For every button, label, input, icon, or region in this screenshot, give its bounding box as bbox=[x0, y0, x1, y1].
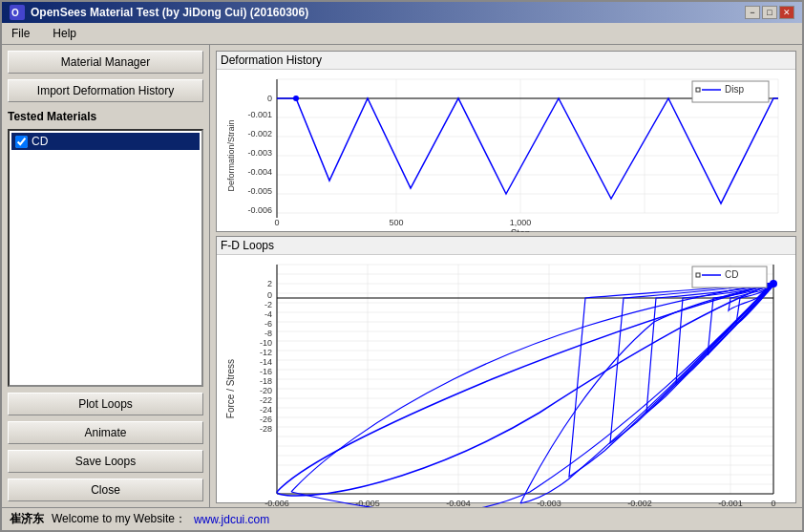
close-button[interactable]: ✕ bbox=[779, 6, 794, 19]
website-url[interactable]: www.jdcui.com bbox=[194, 513, 269, 526]
list-item[interactable]: CD bbox=[11, 133, 200, 150]
animate-button[interactable]: Animate bbox=[8, 421, 203, 444]
minimize-button[interactable]: − bbox=[745, 6, 760, 19]
svg-text:-24: -24 bbox=[260, 405, 272, 415]
deformation-chart-title: Deformation History bbox=[217, 52, 795, 70]
svg-point-93 bbox=[770, 280, 777, 287]
svg-text:0: 0 bbox=[267, 94, 272, 103]
svg-text:Disp: Disp bbox=[725, 84, 744, 95]
svg-text:-26: -26 bbox=[260, 415, 272, 424]
tested-materials-label: Tested Materials bbox=[8, 110, 203, 123]
svg-text:-0.005: -0.005 bbox=[247, 186, 272, 196]
window-title: OpenSees Material Test (by JiDong Cui) (… bbox=[31, 6, 308, 19]
welcome-label: Welcome to my Website： bbox=[52, 511, 186, 527]
svg-text:Deformation/Strain: Deformation/Strain bbox=[226, 119, 236, 191]
svg-text:-18: -18 bbox=[260, 376, 272, 386]
svg-text:-0.001: -0.001 bbox=[718, 499, 743, 507]
fd-chart-area: 2 0 -2 -4 -6 -8 -10 -12 -14 -16 -18 -20 … bbox=[217, 255, 795, 500]
svg-text:Force / Stress: Force / Stress bbox=[225, 359, 236, 418]
svg-text:-0.003: -0.003 bbox=[247, 148, 272, 158]
svg-text:-0.002: -0.002 bbox=[247, 129, 272, 138]
svg-text:-4: -4 bbox=[264, 309, 272, 319]
svg-text:-6: -6 bbox=[264, 319, 272, 329]
svg-text:-0.006: -0.006 bbox=[264, 499, 289, 507]
plot-loops-button[interactable]: Plot Loops bbox=[8, 393, 203, 415]
svg-text:0: 0 bbox=[274, 218, 279, 227]
fd-svg: 2 0 -2 -4 -6 -8 -10 -12 -14 -16 -18 -20 … bbox=[217, 255, 795, 507]
file-menu[interactable]: File bbox=[6, 25, 35, 42]
svg-text:-8: -8 bbox=[264, 329, 272, 338]
svg-rect-30 bbox=[696, 88, 700, 92]
svg-text:-0.001: -0.001 bbox=[247, 110, 272, 119]
deformation-chart-area: 0 -0.001 -0.002 -0.003 -0.004 -0.005 -0.… bbox=[217, 70, 795, 232]
svg-text:-0.003: -0.003 bbox=[537, 499, 561, 507]
deformation-chart: Deformation History bbox=[216, 51, 796, 232]
svg-text:-10: -10 bbox=[260, 338, 272, 348]
material-checkbox[interactable] bbox=[15, 136, 28, 148]
svg-text:-16: -16 bbox=[260, 367, 272, 376]
svg-text:-20: -20 bbox=[260, 386, 272, 395]
svg-text:-28: -28 bbox=[260, 424, 272, 434]
title-bar: O OpenSees Material Test (by JiDong Cui)… bbox=[2, 2, 802, 23]
import-deformation-button[interactable]: Import Deformation History bbox=[8, 79, 203, 102]
help-menu[interactable]: Help bbox=[47, 25, 82, 42]
svg-text:Step: Step bbox=[511, 228, 531, 232]
svg-text:500: 500 bbox=[389, 218, 403, 227]
svg-text:-22: -22 bbox=[260, 395, 272, 405]
main-content: Material Manager Import Deformation Hist… bbox=[2, 45, 802, 507]
menu-bar: File Help bbox=[2, 23, 802, 45]
svg-text:O: O bbox=[11, 8, 19, 18]
svg-text:-12: -12 bbox=[260, 348, 272, 357]
deformation-svg: 0 -0.001 -0.002 -0.003 -0.004 -0.005 -0.… bbox=[217, 70, 795, 232]
svg-text:0: 0 bbox=[267, 290, 272, 300]
fd-chart-title: F-D Loops bbox=[217, 237, 795, 255]
svg-text:1,000: 1,000 bbox=[510, 218, 532, 227]
title-bar-left: O OpenSees Material Test (by JiDong Cui)… bbox=[10, 5, 308, 20]
svg-text:-0.004: -0.004 bbox=[446, 499, 471, 507]
author-label: 崔济东 bbox=[10, 511, 44, 527]
left-panel: Material Manager Import Deformation Hist… bbox=[2, 45, 210, 507]
svg-rect-95 bbox=[696, 273, 700, 277]
svg-text:2: 2 bbox=[267, 279, 272, 288]
materials-listbox[interactable]: CD bbox=[8, 129, 203, 387]
material-name: CD bbox=[32, 135, 48, 148]
svg-text:-0.006: -0.006 bbox=[247, 205, 272, 215]
svg-text:-2: -2 bbox=[264, 300, 272, 309]
svg-text:-14: -14 bbox=[260, 357, 272, 367]
fd-chart: F-D Loops bbox=[216, 236, 796, 503]
main-window: O OpenSees Material Test (by JiDong Cui)… bbox=[0, 0, 804, 532]
svg-text:-0.002: -0.002 bbox=[627, 499, 652, 507]
close-button-panel[interactable]: Close bbox=[8, 479, 203, 501]
svg-text:CD: CD bbox=[725, 269, 738, 280]
title-controls: − □ ✕ bbox=[745, 6, 794, 19]
bottom-bar: 崔济东 Welcome to my Website： www.jdcui.com bbox=[2, 507, 802, 530]
app-icon: O bbox=[10, 5, 25, 20]
svg-text:-0.004: -0.004 bbox=[247, 167, 272, 177]
right-panel: Deformation History bbox=[210, 45, 802, 507]
material-manager-button[interactable]: Material Manager bbox=[8, 51, 203, 74]
svg-text:0: 0 bbox=[771, 499, 775, 507]
svg-point-28 bbox=[293, 96, 299, 101]
save-loops-button[interactable]: Save Loops bbox=[8, 450, 203, 473]
maximize-button[interactable]: □ bbox=[762, 6, 777, 19]
